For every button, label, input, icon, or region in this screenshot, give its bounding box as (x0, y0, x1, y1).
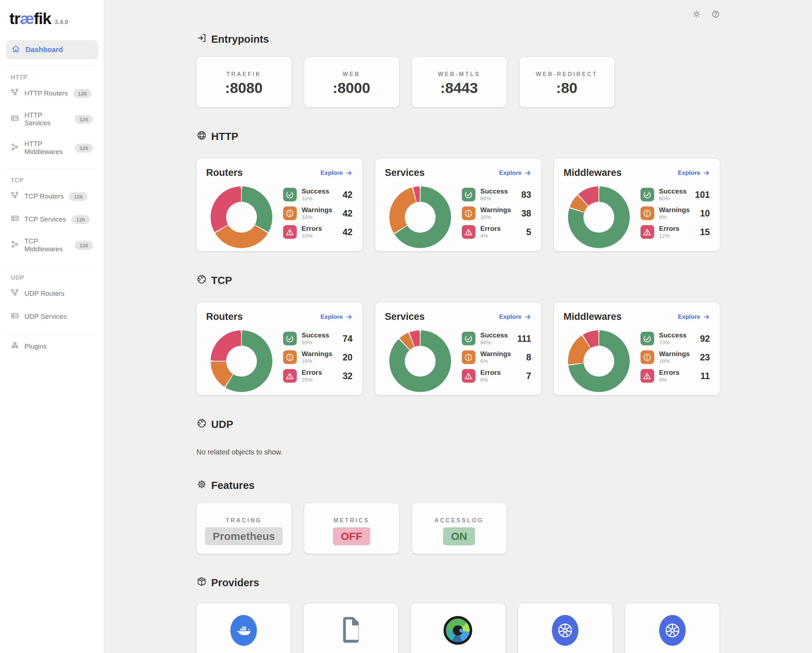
sidebar-item-tcp-services[interactable]: TCP Services 126 (6, 208, 98, 231)
logo-wordmark: træfik (9, 9, 51, 28)
card-title: Middlewares (564, 311, 622, 323)
legend-percent: 8% (659, 214, 690, 220)
sidebar-item-label: HTTP Middlewares (24, 140, 69, 156)
legend-label: Success (481, 332, 508, 339)
success-icon (462, 332, 475, 346)
entrypoint-name: WEB-MTLS (412, 71, 507, 78)
features-cards: TRACING Prometheus METRICS OFF ACCESSLOG… (197, 503, 720, 554)
legend-value: 42 (343, 227, 353, 237)
legend-value: 101 (695, 190, 710, 200)
middlewares-icon (11, 240, 19, 250)
sidebar-item-udp-routers[interactable]: UDP Routers (6, 282, 98, 305)
services-icon (11, 114, 19, 124)
legend-value: 10 (700, 208, 710, 219)
error-icon (283, 225, 297, 239)
legend-percent: 80% (659, 196, 687, 201)
help-icon[interactable] (711, 10, 720, 20)
legend-value: 8 (527, 352, 531, 362)
legend-value: 11 (701, 371, 710, 381)
warning-icon (283, 350, 297, 364)
package-icon (197, 577, 207, 589)
sidebar-item-plugins[interactable]: Plugins (6, 335, 98, 358)
legend-label: Errors (481, 225, 501, 232)
warning-icon (283, 206, 297, 220)
legend-row-success: Success80% 101 (641, 188, 710, 201)
sidebar-item-http-middlewares[interactable]: HTTP Middlewares 126 (6, 133, 98, 162)
legend-row-success: Success66% 83 (462, 188, 531, 201)
legend-row-warnings: Warnings16% 20 (283, 350, 353, 364)
legend-row-success: Success59% 74 (283, 332, 353, 346)
status-donut-chart (568, 330, 630, 392)
services-icon (11, 312, 19, 322)
explore-link[interactable]: Explore (678, 170, 710, 177)
sidebar-item-dashboard[interactable]: Dashboard (6, 40, 98, 59)
status-legend: Success33% 42 Warnings33% 42 Errors33% (283, 186, 353, 239)
error-icon (462, 369, 475, 383)
feature-value-badge: OFF (333, 528, 370, 545)
entrypoints-cards: TRAEFIK :8080 WEB :8000 WEB-MTLS :8443 W… (197, 57, 720, 107)
udp-empty-message: No related objects to show. (197, 448, 720, 456)
count-badge: 126 (75, 144, 93, 153)
sidebar-item-label: HTTP Services (24, 111, 69, 127)
legend-percent: 16% (302, 358, 333, 364)
explore-link[interactable]: Explore (321, 170, 353, 177)
success-icon (641, 188, 654, 201)
sidebar-item-tcp-routers[interactable]: TCP Routers 126 (6, 185, 98, 208)
main-area: Entrypoints TRAEFIK :8080 WEB :8000 WEB-… (104, 0, 812, 653)
traefik-dashboard: træfik 3.4.0 Dashboard HTTP HTTP Routers… (0, 0, 812, 653)
status-donut-chart (389, 330, 451, 392)
provider-card-kubernetes-crd: KubernetesCRD (626, 604, 720, 653)
docker-icon (230, 615, 257, 646)
legend-label: Errors (302, 225, 322, 232)
explore-link[interactable]: Explore (499, 314, 531, 321)
count-badge: 126 (69, 192, 87, 201)
legend-percent: 33% (302, 214, 333, 220)
divider (6, 66, 98, 66)
gear-icon (197, 479, 207, 492)
legend-value: 42 (343, 208, 353, 219)
entrypoint-card-traefik: TRAEFIK :8080 (197, 57, 292, 107)
entrypoints-section-header: Entrypoints (197, 0, 720, 46)
sidebar-item-http-services[interactable]: HTTP Services 126 (6, 105, 98, 133)
legend-row-errors: Errors6% 7 (462, 369, 531, 383)
warning-icon (641, 206, 654, 220)
legend-value: 32 (343, 371, 353, 381)
status-donut-chart (389, 186, 451, 248)
explore-label: Explore (678, 170, 700, 177)
legend-row-success: Success33% 42 (283, 188, 353, 201)
arrow-right-icon (703, 170, 710, 177)
legend-row-warnings: Warnings33% 42 (283, 206, 353, 220)
legend-row-success: Success88% 111 (462, 332, 531, 346)
legend-percent: 59% (302, 339, 330, 346)
legend-percent: 6% (481, 358, 511, 364)
warning-icon (462, 350, 475, 364)
entrypoint-name: WEB-REDIRECT (520, 71, 614, 78)
entrypoint-card-web-mtls: WEB-MTLS :8443 (412, 57, 507, 107)
http-section-header: HTTP (197, 130, 720, 143)
feature-name: TRACING (197, 517, 292, 524)
legend-row-success: Success73% 92 (641, 332, 710, 346)
sidebar-item-udp-services[interactable]: UDP Services (6, 305, 98, 328)
explore-label: Explore (321, 314, 343, 321)
legend-label: Warnings (302, 206, 333, 214)
legend-row-warnings: Warnings30% 38 (462, 206, 531, 220)
sidebar-item-http-routers[interactable]: HTTP Routers 126 (6, 82, 98, 105)
legend-value: 5 (527, 227, 531, 237)
sidebar-item-tcp-middlewares[interactable]: TCP Middlewares 126 (6, 231, 98, 260)
card-title: Middlewares (564, 167, 622, 179)
toolbar (693, 10, 720, 20)
success-icon (641, 332, 654, 346)
entrypoint-port: :8000 (304, 80, 399, 96)
section-title: Features (211, 480, 255, 491)
explore-link[interactable]: Explore (321, 314, 353, 321)
legend-value: 83 (521, 190, 531, 200)
explore-link[interactable]: Explore (499, 170, 531, 177)
count-badge: 126 (75, 115, 93, 124)
feature-value-badge: ON (443, 528, 475, 545)
warning-icon (641, 350, 654, 364)
explore-link[interactable]: Explore (678, 314, 710, 321)
theme-toggle-sun-icon[interactable] (693, 10, 701, 20)
sidebar-item-label: UDP Routers (24, 290, 64, 298)
sidebar-group-http: HTTP (11, 74, 98, 81)
card-title: Routers (206, 311, 243, 323)
